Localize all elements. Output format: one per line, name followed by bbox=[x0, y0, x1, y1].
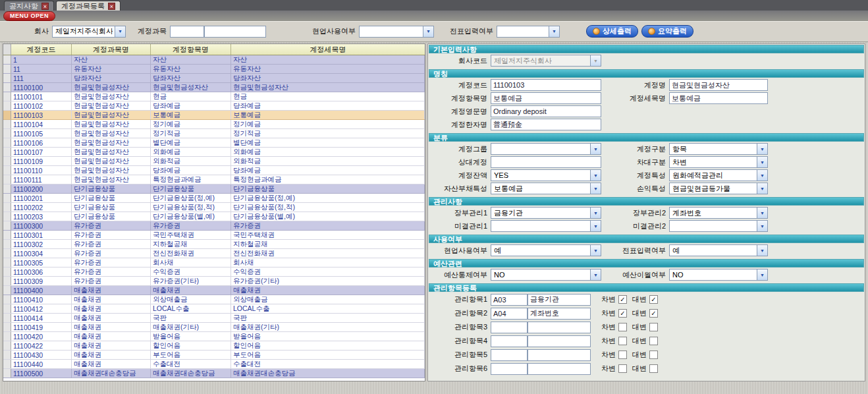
field-장부관리2[interactable]: 계좌번호▼ bbox=[669, 207, 768, 219]
row-selector[interactable] bbox=[3, 314, 11, 322]
row-selector[interactable] bbox=[3, 212, 11, 221]
table-row[interactable]: 11유동자산유동자산유동자산 bbox=[3, 65, 425, 74]
row-selector[interactable] bbox=[3, 194, 11, 202]
row-selector[interactable] bbox=[3, 295, 11, 304]
row-selector[interactable] bbox=[3, 258, 11, 267]
row-selector[interactable] bbox=[3, 249, 11, 258]
table-row[interactable]: 11100110현금및현금성자산당좌예금당좌예금 bbox=[3, 166, 425, 175]
credit-checkbox[interactable]: ✓ bbox=[649, 309, 658, 318]
close-icon[interactable]: × bbox=[108, 3, 115, 10]
table-row[interactable]: 11100305유가증권회사채회사채 bbox=[3, 258, 425, 267]
table-row[interactable]: 11100302유가증권지하철공채지하철공채 bbox=[3, 240, 425, 249]
company-select[interactable]: 제일저지주식회사 ▼ bbox=[52, 26, 126, 38]
field-미결관리2[interactable]: ▼ bbox=[669, 220, 768, 232]
item-name-input[interactable] bbox=[528, 363, 591, 375]
account-name-input[interactable] bbox=[204, 26, 266, 38]
table-row[interactable]: 11100306유가증권수익증권수익증권 bbox=[3, 267, 425, 277]
table-row[interactable]: 11100410매출채권외상매출금외상매출금 bbox=[3, 295, 425, 304]
field-전표입력여부[interactable]: 예▼ bbox=[669, 244, 768, 256]
table-row[interactable]: 11100107현금및현금성자산외화예금외화예금 bbox=[3, 148, 425, 157]
row-selector[interactable] bbox=[3, 148, 11, 156]
credit-checkbox[interactable]: ✓ bbox=[649, 295, 658, 304]
menu-open-button[interactable]: MENU OPEN bbox=[3, 11, 55, 21]
row-selector[interactable] bbox=[3, 138, 11, 147]
row-selector[interactable] bbox=[3, 157, 11, 165]
item-name-input[interactable] bbox=[528, 349, 591, 361]
detail-print-button[interactable]: 상세출력 bbox=[586, 25, 638, 38]
table-row[interactable]: 11100102현금및현금성자산당좌예금당좌예금 bbox=[3, 101, 425, 111]
row-selector[interactable] bbox=[3, 221, 11, 230]
account-english-field[interactable]: Ordinary deposit bbox=[491, 105, 601, 117]
credit-checkbox[interactable] bbox=[649, 323, 658, 331]
row-selector[interactable] bbox=[3, 240, 11, 248]
close-icon[interactable]: × bbox=[41, 3, 49, 10]
row-selector[interactable] bbox=[3, 341, 11, 350]
field-미결관리1[interactable]: ▼ bbox=[491, 220, 601, 232]
field-계정구분[interactable]: 항목▼ bbox=[669, 143, 768, 155]
row-selector[interactable] bbox=[3, 175, 11, 184]
row-selector[interactable] bbox=[3, 101, 11, 110]
table-row[interactable]: 11100104현금및현금성자산정기예금정기예금 bbox=[3, 120, 425, 129]
row-selector[interactable] bbox=[3, 332, 11, 341]
field-현업사용여부[interactable]: 예▼ bbox=[491, 244, 601, 256]
field-상대계정[interactable] bbox=[491, 156, 601, 168]
table-row[interactable]: 11100440매출채권수출대전수출대전 bbox=[3, 360, 425, 369]
credit-checkbox[interactable] bbox=[649, 351, 658, 359]
account-item-field[interactable]: 보통예금 bbox=[491, 92, 601, 104]
table-row[interactable]: 11100100현금및현금성자산현금및현금성자산현금및현금성자산 bbox=[3, 83, 425, 92]
row-selector[interactable] bbox=[3, 65, 11, 73]
account-name-field[interactable]: 현금및현금성자산 bbox=[669, 79, 768, 91]
field-예산이월여부[interactable]: NO▼ bbox=[669, 269, 768, 281]
item-name-input[interactable]: 금융기관 bbox=[528, 294, 591, 306]
credit-checkbox[interactable] bbox=[649, 364, 658, 373]
row-selector[interactable] bbox=[3, 111, 11, 119]
item-code-input[interactable]: A04 bbox=[491, 308, 528, 320]
table-row[interactable]: 11100300유가증권유가증권유가증권 bbox=[3, 221, 425, 231]
field-계정그룹[interactable]: ▼ bbox=[491, 143, 601, 155]
debit-checkbox[interactable]: ✓ bbox=[618, 309, 627, 318]
account-detail-field[interactable]: 보통예금 bbox=[669, 92, 768, 104]
row-selector[interactable] bbox=[3, 83, 11, 92]
account-hanja-field[interactable]: 普通預金 bbox=[491, 119, 601, 130]
row-selector[interactable] bbox=[3, 129, 11, 138]
inbiz-use-select[interactable]: ▼ bbox=[359, 26, 434, 38]
item-code-input[interactable] bbox=[491, 335, 528, 347]
field-차대구분[interactable]: 차변▼ bbox=[669, 156, 768, 168]
table-row[interactable]: 111당좌자산당좌자산당좌자산 bbox=[3, 74, 425, 83]
company-code-select[interactable]: 제일저지주식회사 ▼ bbox=[491, 55, 601, 67]
table-row[interactable]: 11100430매출채권부도어음부도어음 bbox=[3, 351, 425, 360]
row-selector[interactable] bbox=[3, 203, 11, 211]
row-selector[interactable] bbox=[3, 267, 11, 276]
debit-checkbox[interactable] bbox=[618, 364, 627, 373]
field-손익특성[interactable]: 현금및현금등가물▼ bbox=[669, 183, 768, 194]
row-selector[interactable] bbox=[3, 304, 11, 313]
table-row[interactable]: 11100105현금및현금성자산정기적금정기적금 bbox=[3, 129, 425, 138]
table-row[interactable]: 11100109현금및현금성자산외화적금외화적금 bbox=[3, 157, 425, 166]
table-row[interactable]: 11100200단기금융상품단기금융상품단기금융상품 bbox=[3, 184, 425, 194]
account-code-input[interactable] bbox=[170, 26, 204, 38]
account-code-field[interactable]: 11100103 bbox=[491, 79, 601, 91]
debit-checkbox[interactable] bbox=[618, 337, 627, 345]
table-row[interactable]: 11100111현금및현금성자산특정현금과예금특정현금과예금 bbox=[3, 175, 425, 184]
row-selector[interactable] bbox=[3, 166, 11, 175]
table-row[interactable]: 11100203단기금융상품단기금융상품(별,예)단기금융상품(별,예) bbox=[3, 212, 425, 221]
table-row[interactable]: 11100414매출채권국판국판 bbox=[3, 314, 425, 323]
row-selector[interactable] bbox=[3, 351, 11, 359]
item-name-input[interactable] bbox=[528, 322, 591, 333]
table-row[interactable]: 11100301유가증권국민주택채권국민주택채권 bbox=[3, 231, 425, 240]
table-row[interactable]: 11100202단기금융상품단기금융상품(정,적)단기금융상품(정,적) bbox=[3, 203, 425, 212]
row-selector[interactable] bbox=[3, 369, 11, 378]
item-code-input[interactable]: A03 bbox=[491, 294, 528, 306]
item-code-input[interactable] bbox=[491, 349, 528, 361]
table-row[interactable]: 11100500매출채권대손충당금매출채권대손충당금매출채권대손충당금 bbox=[3, 369, 425, 378]
row-selector[interactable] bbox=[3, 277, 11, 285]
tab-notice[interactable]: 공지사항 × bbox=[4, 1, 54, 11]
table-row[interactable]: 11100309유가증권유가증권(기타)유가증권(기타) bbox=[3, 277, 425, 286]
row-selector[interactable] bbox=[3, 323, 11, 331]
field-자산부채특성[interactable]: 보통예금▼ bbox=[491, 183, 601, 194]
table-row[interactable]: 11100412매출채권LOCAL수출LOCAL수출 bbox=[3, 304, 425, 314]
field-예산통제여부[interactable]: NO▼ bbox=[491, 269, 601, 281]
tab-account-register[interactable]: 계정과목등록 × bbox=[56, 1, 121, 11]
field-장부관리1[interactable]: 금융기관▼ bbox=[491, 207, 601, 219]
item-code-input[interactable] bbox=[491, 322, 528, 333]
